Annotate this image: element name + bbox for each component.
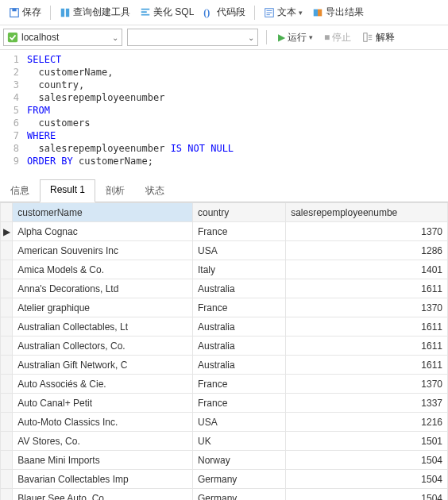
cell-customername[interactable]: Alpha Cognac [13,222,193,241]
cell-country[interactable]: Germany [193,489,286,501]
connection-toolbar: localhost ⌄ ⌄ ▶ 运行 ▾ ■ 停止 解释 [0,25,448,50]
result-grid[interactable]: customerName country salesrepemployeenum… [0,202,448,500]
column-header-country[interactable]: country [193,203,286,222]
cell-salesrep[interactable]: 1370 [286,222,448,241]
row-pointer-header [1,203,13,222]
code-text: country, [27,79,84,91]
sql-editor[interactable]: 1SELECT2 customerName,3 country,4 salesr… [0,50,448,175]
cell-salesrep[interactable]: 1401 [286,260,448,279]
cell-customername[interactable]: Amica Models & Co. [13,260,193,279]
cell-customername[interactable]: Auto Canal+ Petit [13,394,193,413]
table-row[interactable]: Australian Gift Network, CAustralia1611 [1,356,448,375]
line-number: 1 [0,53,27,66]
table-row[interactable]: Amica Models & Co.Italy1401 [1,260,448,279]
table-row[interactable]: Atelier graphiqueFrance1370 [1,298,448,317]
cell-salesrep[interactable]: 1504 [286,470,448,489]
cell-country[interactable]: France [193,394,286,413]
table-row[interactable]: AV Stores, Co.UK1501 [1,432,448,451]
cell-salesrep[interactable]: 1611 [286,317,448,337]
cell-country[interactable]: Australia [193,317,286,337]
text-icon [264,7,275,18]
connection-icon [7,32,18,43]
cell-salesrep[interactable]: 1370 [286,375,448,394]
svg-rect-7 [8,33,17,42]
svg-rect-1 [12,8,16,11]
cell-customername[interactable]: AV Stores, Co. [13,432,193,451]
cell-customername[interactable]: Blauer See Auto, Co. [13,489,193,501]
snippet-button[interactable]: () 代码段 [199,3,249,21]
row-pointer [1,489,13,501]
run-button[interactable]: ▶ 运行 ▾ [275,29,316,46]
cell-salesrep[interactable]: 1611 [286,337,448,356]
cell-customername[interactable]: Australian Collectables, Lt [13,317,193,337]
cell-country[interactable]: Germany [193,470,286,489]
column-header-customername[interactable]: customerName [13,203,193,222]
cell-salesrep[interactable]: 1216 [286,413,448,432]
cell-salesrep[interactable]: 1370 [286,298,448,317]
cell-customername[interactable]: Auto-Moto Classics Inc. [13,413,193,432]
cell-customername[interactable]: American Souvenirs Inc [13,241,193,260]
query-builder-button[interactable]: 查询创建工具 [56,3,134,21]
cell-country[interactable]: Italy [193,260,286,279]
cell-customername[interactable]: Australian Collectors, Co. [13,337,193,356]
text-dropdown-button[interactable]: 文本 ▾ [260,3,307,21]
cell-salesrep[interactable]: 1504 [286,489,448,501]
table-row[interactable]: Bavarian Collectables ImpGermany1504 [1,470,448,489]
tab-status[interactable]: 状态 [135,179,175,202]
cell-country[interactable]: USA [193,241,286,260]
cell-country[interactable]: USA [193,413,286,432]
host-select[interactable]: localhost ⌄ [3,29,122,46]
line-number: 7 [0,129,27,142]
header-row: customerName country salesrepemployeenum… [1,203,448,222]
cell-country[interactable]: France [193,222,286,241]
tab-profile[interactable]: 剖析 [95,179,135,202]
cell-customername[interactable]: Atelier graphique [13,298,193,317]
cell-salesrep[interactable]: 1504 [286,451,448,470]
cell-customername[interactable]: Anna's Decorations, Ltd [13,279,193,298]
cell-salesrep[interactable]: 1611 [286,356,448,375]
cell-customername[interactable]: Auto Associés & Cie. [13,375,193,394]
table-row[interactable]: Blauer See Auto, Co.Germany1504 [1,489,448,501]
table-row[interactable]: Anna's Decorations, LtdAustralia1611 [1,279,448,298]
tab-info[interactable]: 信息 [0,179,40,202]
beautify-sql-button[interactable]: 美化 SQL [136,3,198,21]
cell-customername[interactable]: Bavarian Collectables Imp [13,470,193,489]
cell-customername[interactable]: Australian Gift Network, C [13,356,193,375]
table-row[interactable]: Auto Associés & Cie.France1370 [1,375,448,394]
table-row[interactable]: Auto Canal+ PetitFrance1337 [1,394,448,413]
cell-customername[interactable]: Baane Mini Imports [13,451,193,470]
explain-button[interactable]: 解释 [359,29,398,46]
row-pointer [1,279,13,298]
export-button[interactable]: 导出结果 [308,3,368,21]
database-select[interactable]: ⌄ [127,29,258,46]
table-row[interactable]: Baane Mini ImportsNorway1504 [1,451,448,470]
cell-country[interactable]: France [193,375,286,394]
cell-country[interactable]: Australia [193,356,286,375]
cell-salesrep[interactable]: 1501 [286,432,448,451]
tab-result-1[interactable]: Result 1 [40,179,95,202]
table-row[interactable]: American Souvenirs IncUSA1286 [1,241,448,260]
cell-country[interactable]: Australia [193,337,286,356]
code-text: salesrepemployeenumber [27,91,164,104]
code-text: customerName, [27,66,113,79]
cell-country[interactable]: France [193,298,286,317]
cell-country[interactable]: UK [193,432,286,451]
cell-country[interactable]: Norway [193,451,286,470]
table-row[interactable]: Auto-Moto Classics Inc.USA1216 [1,413,448,432]
column-header-salesrep[interactable]: salesrepemployeenumbe [286,203,448,222]
save-button[interactable]: 保存 [5,3,45,21]
row-pointer [1,241,13,260]
save-label: 保存 [22,6,41,19]
cell-salesrep[interactable]: 1286 [286,241,448,260]
cell-salesrep[interactable]: 1337 [286,394,448,413]
cell-country[interactable]: Australia [193,279,286,298]
code-text: customers [27,117,90,129]
stop-button[interactable]: ■ 停止 [321,29,354,46]
table-row[interactable]: ▶Alpha CognacFrance1370 [1,222,448,241]
code-text: salesrepemployeenumber IS NOT NULL [27,142,234,155]
host-value: localhost [21,32,59,43]
svg-rect-2 [61,8,64,17]
cell-salesrep[interactable]: 1611 [286,279,448,298]
table-row[interactable]: Australian Collectables, LtAustralia1611 [1,317,448,337]
table-row[interactable]: Australian Collectors, Co.Australia1611 [1,337,448,356]
